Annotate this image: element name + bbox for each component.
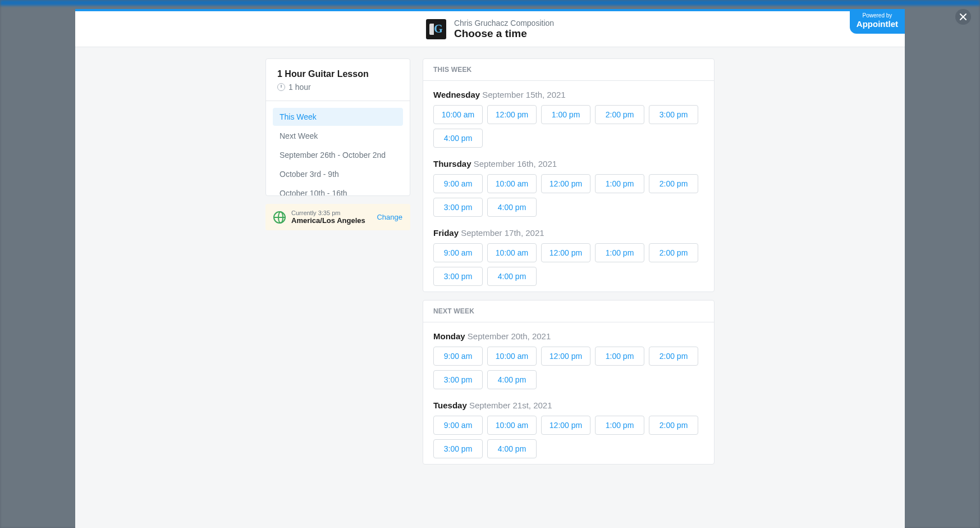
time-slot[interactable]: 9:00 am xyxy=(433,347,483,366)
time-slot[interactable]: 4:00 pm xyxy=(433,129,483,148)
time-slot[interactable]: 2:00 pm xyxy=(649,174,698,193)
time-slot[interactable]: 12:00 pm xyxy=(541,416,590,435)
timezone-bar: Currently 3:35 pm America/Los Angeles Ch… xyxy=(265,204,410,230)
time-slot[interactable]: 4:00 pm xyxy=(487,370,537,389)
time-slot[interactable]: 1:00 pm xyxy=(541,105,590,124)
time-slot[interactable]: 4:00 pm xyxy=(487,439,537,458)
time-slot[interactable]: 10:00 am xyxy=(433,105,483,124)
clock-icon xyxy=(277,83,285,91)
time-slot[interactable]: 1:00 pm xyxy=(595,416,644,435)
day-name: Thursday xyxy=(433,159,474,169)
week-nav-item[interactable]: October 3rd - 9th xyxy=(273,165,403,183)
page-title: Choose a time xyxy=(454,28,554,40)
time-slot-row: 9:00 am10:00 am12:00 pm1:00 pm2:00 pm3:0… xyxy=(433,243,704,286)
time-slot[interactable]: 10:00 am xyxy=(487,416,537,435)
day-date: September 17th, 2021 xyxy=(461,228,544,238)
booking-modal: G Chris Gruchacz Composition Choose a ti… xyxy=(75,9,905,528)
powered-by-badge[interactable]: Powered by Appointlet xyxy=(850,9,905,34)
day-block: Wednesday September 15th, 202110:00 am12… xyxy=(423,81,714,153)
modal-body[interactable]: 1 Hour Guitar Lesson 1 hour This WeekNex… xyxy=(75,47,905,528)
time-slot[interactable]: 12:00 pm xyxy=(541,347,590,366)
modal-header: G Chris Gruchacz Composition Choose a ti… xyxy=(75,11,905,47)
time-slot[interactable]: 12:00 pm xyxy=(487,105,537,124)
close-button[interactable] xyxy=(955,9,971,25)
day-name: Friday xyxy=(433,228,461,238)
timezone-name: America/Los Angeles xyxy=(291,216,371,225)
time-slot[interactable]: 1:00 pm xyxy=(595,347,644,366)
time-slot[interactable]: 2:00 pm xyxy=(595,105,644,124)
time-slot[interactable]: 1:00 pm xyxy=(595,243,644,262)
week-section-title: NEXT WEEK xyxy=(423,301,714,322)
time-slot[interactable]: 3:00 pm xyxy=(649,105,698,124)
week-section-title: THIS WEEK xyxy=(423,59,714,81)
week-nav-item[interactable]: Next Week xyxy=(273,127,403,145)
week-navigation-list[interactable]: This WeekNext WeekSeptember 26th - Octob… xyxy=(266,101,410,195)
day-date: September 21st, 2021 xyxy=(469,400,552,410)
day-block: Monday September 20th, 20219:00 am10:00 … xyxy=(423,322,714,395)
day-label: Thursday September 16th, 2021 xyxy=(433,159,704,169)
time-slot[interactable]: 3:00 pm xyxy=(433,439,483,458)
globe-icon xyxy=(273,211,286,224)
time-slot[interactable]: 4:00 pm xyxy=(487,198,537,217)
provider-logo: G xyxy=(426,19,446,39)
time-slot[interactable]: 2:00 pm xyxy=(649,347,698,366)
day-label: Friday September 17th, 2021 xyxy=(433,228,704,238)
day-label: Wednesday September 15th, 2021 xyxy=(433,90,704,99)
time-slot[interactable]: 3:00 pm xyxy=(433,198,483,217)
day-block: Friday September 17th, 20219:00 am10:00 … xyxy=(423,222,714,292)
day-name: Monday xyxy=(433,331,468,341)
time-slot[interactable]: 9:00 am xyxy=(433,416,483,435)
time-slot[interactable]: 10:00 am xyxy=(487,347,537,366)
lesson-duration: 1 hour xyxy=(288,83,311,92)
time-slot[interactable]: 12:00 pm xyxy=(541,243,590,262)
provider-name: Chris Gruchacz Composition xyxy=(454,19,554,28)
time-slot-row: 9:00 am10:00 am12:00 pm1:00 pm2:00 pm3:0… xyxy=(433,174,704,217)
time-slot-row: 10:00 am12:00 pm1:00 pm2:00 pm3:00 pm4:0… xyxy=(433,105,704,148)
sidebar: 1 Hour Guitar Lesson 1 hour This WeekNex… xyxy=(265,58,410,517)
time-slot[interactable]: 2:00 pm xyxy=(649,243,698,262)
day-name: Tuesday xyxy=(433,400,469,410)
week-nav-item[interactable]: October 10th - 16th xyxy=(273,184,403,195)
day-block: Tuesday September 21st, 20219:00 am10:00… xyxy=(423,395,714,464)
time-slot[interactable]: 3:00 pm xyxy=(433,370,483,389)
week-nav-item[interactable]: This Week xyxy=(273,108,403,126)
time-slot[interactable]: 9:00 am xyxy=(433,243,483,262)
week-section: THIS WEEKWednesday September 15th, 20211… xyxy=(423,58,715,292)
time-slot-row: 9:00 am10:00 am12:00 pm1:00 pm2:00 pm3:0… xyxy=(433,416,704,458)
brand-name: Appointlet xyxy=(857,19,898,29)
day-name: Wednesday xyxy=(433,90,482,99)
time-slot-column: THIS WEEKWednesday September 15th, 20211… xyxy=(423,58,715,517)
day-date: September 16th, 2021 xyxy=(474,159,557,169)
powered-label: Powered by xyxy=(857,12,898,19)
day-date: September 20th, 2021 xyxy=(468,331,551,341)
lesson-title: 1 Hour Guitar Lesson xyxy=(277,69,399,79)
time-slot[interactable]: 10:00 am xyxy=(487,174,537,193)
day-date: September 15th, 2021 xyxy=(482,90,565,99)
time-slot[interactable]: 1:00 pm xyxy=(595,174,644,193)
day-block: Thursday September 16th, 20219:00 am10:0… xyxy=(423,153,714,222)
time-slot[interactable]: 4:00 pm xyxy=(487,267,537,286)
day-label: Monday September 20th, 2021 xyxy=(433,331,704,341)
day-label: Tuesday September 21st, 2021 xyxy=(433,400,704,410)
change-timezone-link[interactable]: Change xyxy=(377,213,402,221)
time-slot[interactable]: 9:00 am xyxy=(433,174,483,193)
time-slot-row: 9:00 am10:00 am12:00 pm1:00 pm2:00 pm3:0… xyxy=(433,347,704,389)
week-section: NEXT WEEKMonday September 20th, 20219:00… xyxy=(423,300,715,465)
current-time-label: Currently 3:35 pm xyxy=(291,210,371,216)
time-slot[interactable]: 12:00 pm xyxy=(541,174,590,193)
time-slot[interactable]: 2:00 pm xyxy=(649,416,698,435)
week-nav-item[interactable]: September 26th - October 2nd xyxy=(273,146,403,164)
time-slot[interactable]: 10:00 am xyxy=(487,243,537,262)
time-slot[interactable]: 3:00 pm xyxy=(433,267,483,286)
